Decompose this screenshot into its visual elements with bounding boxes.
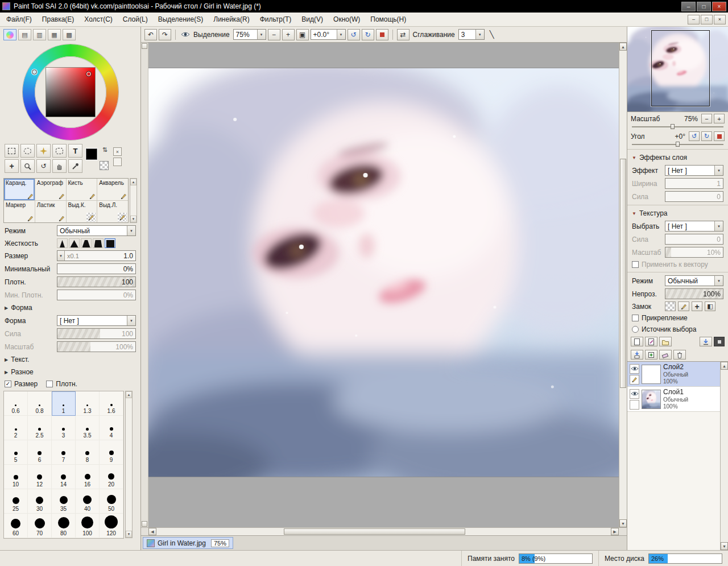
tool-cell-watercolor[interactable]: Акварель	[97, 179, 128, 200]
transfer-down-button[interactable]	[700, 337, 712, 346]
eyedropper-tool[interactable]	[68, 159, 82, 173]
scroll-up-icon[interactable]: ▲	[721, 362, 728, 370]
brush-size-50[interactable]: 50	[100, 489, 123, 514]
rotate-cw-button[interactable]: ↻	[362, 29, 374, 40]
angle-reset-button[interactable]	[376, 29, 388, 40]
brush-size-1[interactable]: 1	[52, 391, 76, 416]
size-checkbox[interactable]: ✓	[5, 381, 11, 387]
no-color-button[interactable]: ×	[113, 147, 122, 156]
window-close-button[interactable]: ×	[712, 2, 726, 11]
effects-section-header[interactable]: ▼ Эффекты слоя	[627, 151, 728, 164]
new-vector-layer-button[interactable]	[645, 337, 657, 346]
scroll-down-icon[interactable]: ▼	[126, 531, 132, 538]
layer-item-layer1[interactable]: Слой1 Обычный 100%	[627, 387, 720, 412]
texture-scale-slider[interactable]: 10%	[665, 247, 723, 258]
brush-size-20[interactable]: 20	[100, 465, 123, 489]
zoom-out-button[interactable]: −	[268, 29, 280, 40]
swap-colors-icon[interactable]: ⇅	[102, 146, 107, 154]
brush-size-0.6[interactable]: 0.6	[4, 391, 28, 416]
brush-size-12[interactable]: 12	[28, 465, 52, 489]
density-slider[interactable]: 100	[57, 276, 136, 287]
shape-scale-slider[interactable]: 100%	[57, 341, 136, 352]
size-palette-scroll-track[interactable]	[126, 398, 132, 531]
tool-cell-eraser[interactable]: Ластик	[35, 201, 66, 222]
brush-size-80[interactable]: 80	[52, 514, 76, 538]
round-select-tool[interactable]	[52, 144, 67, 158]
chevron-down-icon[interactable]: ▼	[57, 251, 65, 261]
brush-size-120[interactable]: 120	[100, 514, 123, 538]
smoothing-select[interactable]: 3▼	[458, 29, 485, 40]
brush-size-100[interactable]: 100	[76, 514, 100, 538]
canvas-viewport[interactable]	[148, 43, 619, 527]
foreground-color-swatch[interactable]	[86, 148, 97, 160]
scroll-up-icon[interactable]: ▲	[130, 179, 136, 185]
hardness-2[interactable]	[69, 238, 80, 248]
undo-button[interactable]: ↶	[144, 29, 157, 40]
tab-scratchpad[interactable]: ▩	[63, 29, 76, 40]
nav-zoom-in-button[interactable]: +	[714, 114, 725, 123]
transparent-color-button[interactable]	[113, 158, 122, 166]
menu-item-4[interactable]: Выделение(S)	[153, 13, 209, 26]
window-maximize-button[interactable]: □	[697, 2, 711, 11]
hand-tool[interactable]	[52, 159, 67, 173]
layer-item-layer2[interactable]: Слой2 Обычный 100%	[627, 362, 720, 387]
navigator-panel[interactable]	[627, 27, 728, 112]
brush-size-5[interactable]: 5	[4, 440, 28, 465]
effect-width-slider[interactable]: 1	[665, 178, 723, 189]
navigator-view-rect[interactable]	[651, 30, 710, 106]
selection-source-radio[interactable]	[632, 326, 639, 333]
nav-angle-slider-thumb[interactable]	[676, 142, 680, 147]
brush-size-2.5[interactable]: 2.5	[28, 416, 52, 440]
shape-section-header[interactable]: ▶ Форма	[0, 301, 140, 314]
merge-down-button[interactable]	[631, 350, 643, 360]
doc-restore-button[interactable]: □	[701, 15, 713, 24]
menu-item-2[interactable]: Холст(C)	[79, 13, 117, 26]
scroll-right-icon[interactable]: ▶	[611, 528, 619, 535]
hardness-4[interactable]	[93, 238, 104, 248]
delete-layer-button[interactable]	[673, 350, 686, 360]
brush-size-25[interactable]: 25	[4, 489, 28, 514]
brush-size-14[interactable]: 14	[52, 465, 76, 489]
effect-strength-slider[interactable]: 0	[665, 191, 723, 202]
doc-close-button[interactable]: ×	[714, 15, 726, 24]
nav-angle-reset-button[interactable]	[714, 131, 725, 141]
lock-transparency-button[interactable]	[665, 301, 676, 311]
zoom-select[interactable]: 75%▼	[233, 29, 266, 40]
panel-toggle-top-button[interactable]	[142, 43, 147, 49]
horizontal-scroll-track[interactable]	[156, 528, 611, 535]
rotate-view-tool[interactable]: ↺	[36, 159, 51, 173]
brush-size-70[interactable]: 70	[28, 514, 52, 538]
new-folder-button[interactable]	[659, 337, 672, 346]
layer-visible-icon[interactable]	[630, 364, 639, 374]
vertical-scroll-thumb[interactable]	[620, 159, 626, 389]
brush-size-60[interactable]: 60	[4, 514, 28, 538]
panel-toggle-bottom-button[interactable]	[142, 521, 147, 527]
layers-scroll-track[interactable]	[721, 370, 728, 542]
brush-size-30[interactable]: 30	[28, 489, 52, 514]
menu-item-1[interactable]: Правка(E)	[37, 13, 80, 26]
nav-angle-slider[interactable]	[632, 142, 723, 147]
scroll-up-icon[interactable]: ▲	[619, 43, 627, 51]
opacity-slider[interactable]: 100%	[665, 288, 723, 299]
menu-item-3[interactable]: Слой(L)	[118, 13, 153, 26]
brush-size-3[interactable]: 3	[52, 416, 76, 440]
tool-cell-select-eraser[interactable]: Выд.Л.	[97, 201, 128, 222]
lock-position-button[interactable]: +	[692, 301, 702, 311]
nav-rotate-cw-button[interactable]: ↻	[701, 131, 712, 141]
tool-grid-scrollbar[interactable]: ▲ ▼	[130, 178, 137, 223]
tab-swatches[interactable]: ▦	[48, 29, 61, 40]
menu-item-0[interactable]: Файл(F)	[1, 13, 37, 26]
tool-grid-scroll-track[interactable]	[130, 185, 136, 216]
texture-section-header[interactable]: ▶ Текст.	[0, 353, 140, 366]
brush-size-4[interactable]: 4	[100, 416, 123, 440]
brush-size-6[interactable]: 6	[28, 440, 52, 465]
zoom-tool[interactable]	[20, 159, 35, 173]
tool-cell-brush[interactable]: Кисть	[67, 179, 97, 200]
minimum-size-slider[interactable]: 0%	[57, 263, 136, 274]
scroll-down-icon[interactable]: ▼	[619, 519, 627, 527]
nav-zoom-slider-thumb[interactable]	[671, 124, 675, 129]
move-tool[interactable]: +	[5, 159, 19, 173]
scroll-up-icon[interactable]: ▲	[126, 391, 132, 398]
color-wheel[interactable]	[23, 44, 118, 140]
layers-scrollbar[interactable]: ▲ ▼	[720, 362, 728, 550]
